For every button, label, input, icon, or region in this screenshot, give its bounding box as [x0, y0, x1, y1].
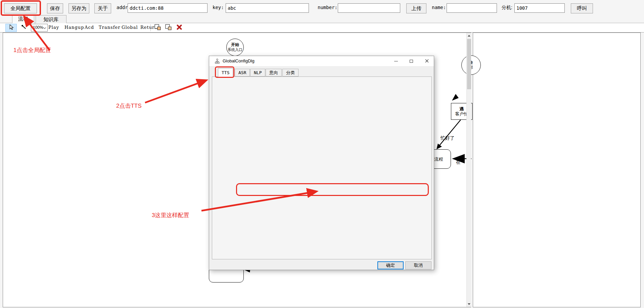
- start-node[interactable]: 开始 系统入口: [226, 39, 244, 56]
- red-x-delete-icon: [176, 24, 182, 32]
- action-transfer[interactable]: Transfer: [99, 25, 120, 30]
- paste-pages-icon: [165, 24, 172, 32]
- close-button[interactable]: [419, 56, 434, 66]
- action-play[interactable]: Play: [48, 25, 59, 30]
- app-window: 全局配置 保存 另存为 关于 addr key: number: 上传 name…: [0, 0, 644, 308]
- dialog-tab-asr[interactable]: ASR: [235, 69, 250, 76]
- start-node-subtitle: 系统入口: [228, 47, 242, 52]
- connector-tool-button[interactable]: [18, 24, 30, 32]
- edge-label-in: 在: [456, 159, 461, 165]
- scroll-down-icon: [468, 303, 470, 305]
- ok-button[interactable]: 确定: [377, 261, 404, 269]
- number-label: number:: [318, 5, 337, 10]
- designer-toolbar: 100% Play Hangup Acd Transfer Global Ret…: [0, 23, 644, 33]
- key-label: key:: [213, 5, 224, 10]
- dialog-tab-page: [212, 76, 432, 259]
- name-label: name:: [432, 5, 446, 10]
- main-tab-row: 流程 知识库: [0, 14, 644, 23]
- cursor-icon: [8, 24, 14, 32]
- save-as-button[interactable]: 另存为: [68, 3, 89, 13]
- dialog-tab-nlp[interactable]: NLP: [250, 69, 265, 76]
- key-input[interactable]: [226, 3, 309, 13]
- chevron-down-icon: [43, 26, 46, 29]
- zoom-select[interactable]: 100%: [31, 24, 48, 32]
- extension-label: 分机:: [502, 5, 512, 11]
- addr-label: addr: [117, 5, 128, 10]
- scroll-up-icon: [468, 35, 470, 37]
- right-panel: [473, 33, 641, 307]
- addr-input[interactable]: [128, 3, 208, 13]
- edge-label-busy-done: 忙好了: [441, 135, 455, 141]
- scrollbar-thumb[interactable]: [467, 39, 471, 89]
- action-hangup[interactable]: Hangup: [64, 25, 84, 30]
- upload-button[interactable]: 上传: [406, 3, 426, 13]
- call-button[interactable]: 呼叫: [571, 3, 593, 13]
- action-acd[interactable]: Acd: [85, 25, 94, 30]
- extension-input[interactable]: [514, 3, 565, 13]
- maximize-icon: [410, 60, 413, 63]
- start-node-title: 开始: [231, 42, 239, 47]
- canvas-vertical-scrollbar[interactable]: [466, 33, 471, 307]
- subflow-node-label: 流程: [434, 157, 443, 162]
- dialog-tab-tts[interactable]: TTS: [218, 68, 233, 77]
- zoom-value: 100%: [33, 25, 43, 30]
- copy-node-button[interactable]: [153, 24, 163, 32]
- dialog-tab-intent[interactable]: 意向: [266, 69, 282, 76]
- sitemap-icon: [215, 58, 220, 65]
- name-input[interactable]: [447, 3, 497, 13]
- about-button[interactable]: 关于: [94, 3, 111, 13]
- minimize-icon: [394, 61, 398, 61]
- cancel-button[interactable]: 取消: [405, 261, 431, 269]
- scrollbar-down-button[interactable]: [467, 301, 471, 307]
- paste-node-button[interactable]: [164, 24, 173, 32]
- copy-pages-icon: [154, 24, 162, 32]
- minimize-button[interactable]: [388, 56, 404, 66]
- number-input[interactable]: [338, 3, 400, 13]
- busy-node-line1: 遇: [460, 106, 464, 111]
- delete-node-button[interactable]: [175, 24, 184, 32]
- toolbar-separator: [150, 24, 151, 31]
- save-button[interactable]: 保存: [47, 3, 63, 13]
- global-config-dialog: GlobalConfigDlg TTS ASR NLP 意向 分类 发音人列表:…: [209, 56, 434, 270]
- scrollbar-up-button[interactable]: [467, 33, 471, 39]
- dialog-title: GlobalConfigDlg: [223, 58, 255, 63]
- close-icon: [425, 58, 429, 64]
- dialog-titlebar[interactable]: GlobalConfigDlg: [209, 56, 434, 66]
- select-tool-button[interactable]: [5, 24, 17, 32]
- maximize-button[interactable]: [404, 56, 419, 66]
- clipped-circle-node[interactable]: 全 部: [461, 55, 481, 75]
- tab-knowledge-base[interactable]: 知识库: [36, 15, 66, 23]
- action-global[interactable]: Global: [122, 25, 138, 30]
- pen-connector-icon: [21, 24, 27, 32]
- dialog-tab-category[interactable]: 分类: [282, 69, 298, 76]
- tab-flow[interactable]: 流程: [12, 14, 34, 23]
- global-config-button[interactable]: 全局配置: [4, 3, 37, 13]
